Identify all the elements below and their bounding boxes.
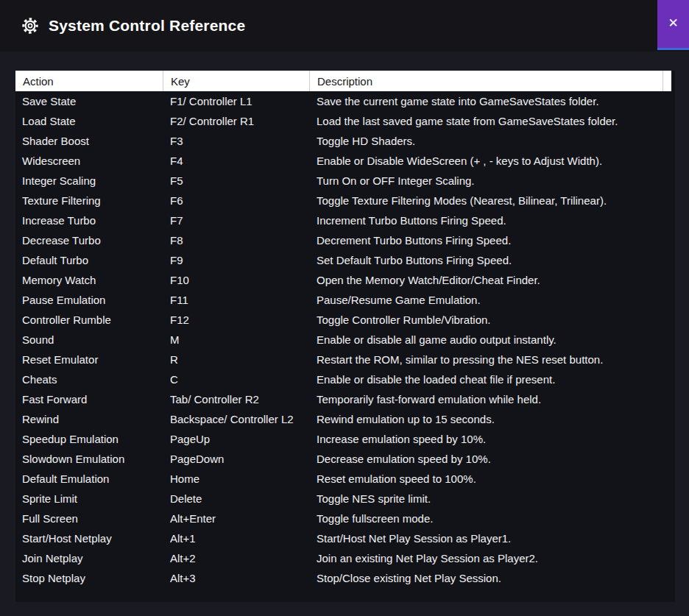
description-cell: Increment Turbo Buttons Firing Speed.: [310, 214, 671, 227]
action-cell: Pause Emulation: [15, 294, 163, 306]
action-cell: Rewind: [15, 413, 163, 425]
key-cell: F11: [163, 294, 310, 306]
column-header-key[interactable]: Key: [163, 71, 310, 91]
table-row[interactable]: WidescreenF4Enable or Disable WideScreen…: [15, 151, 675, 171]
table-row[interactable]: Memory WatchF10Open the Memory Watch/Edi…: [15, 270, 675, 290]
action-cell: Speedup Emulation: [15, 433, 163, 445]
key-cell: F5: [163, 174, 310, 187]
table-header: Action Key Description: [15, 71, 671, 91]
table-row[interactable]: Increase TurboF7Increment Turbo Buttons …: [15, 210, 675, 230]
table-row[interactable]: Default EmulationHomeReset emulation spe…: [15, 469, 675, 489]
action-cell: Sound: [15, 333, 163, 346]
description-cell: Toggle Controller Rumble/Vibration.: [310, 314, 671, 326]
action-cell: Default Emulation: [15, 472, 163, 485]
key-cell: F10: [163, 274, 310, 286]
action-cell: Join Netplay: [15, 552, 163, 564]
key-cell: Alt+Enter: [163, 512, 310, 525]
key-cell: F7: [163, 214, 310, 227]
description-cell: Turn On or OFF Integer Scaling.: [310, 174, 671, 187]
table-row[interactable]: Full ScreenAlt+EnterToggle fullscreen mo…: [15, 509, 675, 528]
description-cell: Increase emulation speed by 10%.: [310, 433, 671, 445]
description-cell: Save the current game state into GameSav…: [310, 95, 671, 107]
key-cell: Alt+3: [163, 572, 310, 584]
description-cell: Toggle NES sprite limit.: [310, 492, 671, 505]
key-cell: F9: [163, 254, 310, 266]
description-cell: Load the last saved game state from Game…: [310, 115, 671, 127]
description-cell: Enable or disable all game audio output …: [310, 333, 671, 346]
close-icon: ✕: [668, 15, 678, 31]
table-row[interactable]: Save StateF1/ Controller L1Save the curr…: [15, 91, 675, 111]
table-row[interactable]: CheatsCEnable or disable the loaded chea…: [15, 369, 675, 389]
table-row[interactable]: Pause EmulationF11Pause/Resume Game Emul…: [15, 290, 675, 310]
key-cell: Backspace/ Controller L2: [163, 413, 310, 425]
key-cell: F1/ Controller L1: [163, 95, 310, 107]
table-body: Save StateF1/ Controller L1Save the curr…: [15, 91, 675, 588]
action-cell: Widescreen: [15, 155, 163, 167]
action-cell: Save State: [15, 95, 163, 107]
description-cell: Join an existing Net Play Session as Pla…: [310, 552, 671, 564]
action-cell: Texture Filtering: [15, 194, 163, 207]
action-cell: Cheats: [15, 373, 163, 386]
description-cell: Toggle Texture Filtering Modes (Nearest,…: [310, 194, 671, 207]
action-cell: Default Turbo: [15, 254, 163, 266]
description-cell: Set Default Turbo Buttons Firing Speed.: [310, 254, 671, 266]
table-row[interactable]: Controller RumbleF12Toggle Controller Ru…: [15, 310, 675, 330]
description-cell: Decrement Turbo Buttons Firing Speed.: [310, 234, 671, 247]
action-cell: Integer Scaling: [15, 174, 163, 187]
window-title: System Control Reference: [49, 17, 245, 35]
key-cell: Alt+2: [163, 552, 310, 564]
table-row[interactable]: Reset EmulatorRRestart the ROM, similar …: [15, 350, 675, 369]
table-row[interactable]: Join NetplayAlt+2Join an existing Net Pl…: [15, 548, 675, 568]
table-row[interactable]: Stop NetplayAlt+3Stop/Close existing Net…: [15, 568, 675, 588]
column-header-description[interactable]: Description: [310, 71, 663, 91]
table-row[interactable]: Sprite LimitDeleteToggle NES sprite limi…: [15, 489, 675, 509]
action-cell: Shader Boost: [15, 135, 163, 147]
table-row[interactable]: Fast ForwardTab/ Controller R2Temporaril…: [15, 389, 675, 409]
table-row[interactable]: Decrease TurboF8Decrement Turbo Buttons …: [15, 230, 675, 250]
description-cell: Stop/Close existing Net Play Session.: [310, 572, 671, 584]
table-row[interactable]: Slowdown EmulationPageDownDecrease emula…: [15, 449, 675, 469]
table-row[interactable]: Start/Host NetplayAlt+1Start/Host Net Pl…: [15, 528, 675, 548]
column-header-filler: [663, 71, 671, 91]
key-cell: R: [163, 353, 310, 366]
description-cell: Rewind emulation up to 15 seconds.: [310, 413, 671, 425]
description-cell: Decrease emulation speed by 10%.: [310, 453, 671, 465]
description-cell: Toggle fullscreen mode.: [310, 512, 671, 525]
action-cell: Load State: [15, 115, 163, 127]
key-cell: F8: [163, 234, 310, 247]
action-cell: Slowdown Emulation: [15, 453, 163, 465]
description-cell: Toggle HD Shaders.: [310, 135, 671, 147]
table-row[interactable]: Texture FilteringF6Toggle Texture Filter…: [15, 191, 675, 210]
table-row[interactable]: Integer ScalingF5Turn On or OFF Integer …: [15, 171, 675, 191]
dialog-window: System Control Reference ✕ Action Key De…: [0, 0, 689, 616]
gear-icon: [21, 16, 40, 35]
description-cell: Temporarily fast-forward emulation while…: [310, 393, 671, 406]
description-cell: Enable or Disable WideScreen (+ , - keys…: [310, 155, 671, 167]
key-cell: Alt+1: [163, 532, 310, 545]
key-cell: F4: [163, 155, 310, 167]
key-cell: Delete: [163, 492, 310, 505]
close-button[interactable]: ✕: [657, 0, 689, 50]
key-cell: F6: [163, 194, 310, 207]
table-row[interactable]: Speedup EmulationPageUpIncrease emulatio…: [15, 429, 675, 449]
description-cell: Restart the ROM, similar to pressing the…: [310, 353, 671, 366]
description-cell: Start/Host Net Play Session as Player1.: [310, 532, 671, 545]
action-cell: Full Screen: [15, 512, 163, 525]
action-cell: Stop Netplay: [15, 572, 163, 584]
action-cell: Decrease Turbo: [15, 234, 163, 247]
table-row[interactable]: RewindBackspace/ Controller L2Rewind emu…: [15, 409, 675, 429]
table-row[interactable]: SoundMEnable or disable all game audio o…: [15, 330, 675, 350]
action-cell: Start/Host Netplay: [15, 532, 163, 545]
action-cell: Reset Emulator: [15, 353, 163, 366]
key-cell: F3: [163, 135, 310, 147]
table-row[interactable]: Shader BoostF3Toggle HD Shaders.: [15, 131, 675, 151]
column-header-action[interactable]: Action: [15, 71, 163, 91]
key-cell: F12: [163, 314, 310, 326]
table-row[interactable]: Default TurboF9Set Default Turbo Buttons…: [15, 250, 675, 270]
key-cell: M: [163, 333, 310, 346]
action-cell: Controller Rumble: [15, 314, 163, 326]
table-row[interactable]: Load StateF2/ Controller R1Load the last…: [15, 111, 675, 131]
description-cell: Open the Memory Watch/Editor/Cheat Finde…: [310, 274, 671, 286]
key-cell: F2/ Controller R1: [163, 115, 310, 127]
action-cell: Increase Turbo: [15, 214, 163, 227]
